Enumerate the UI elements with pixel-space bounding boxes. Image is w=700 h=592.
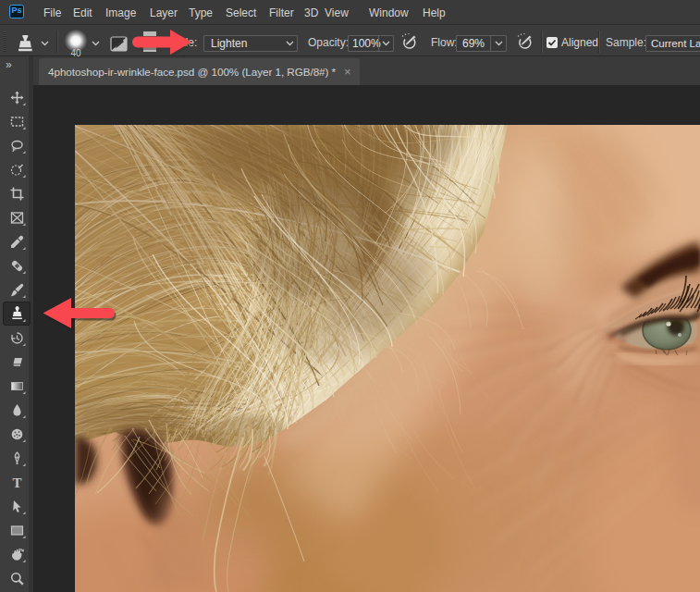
svg-text:T: T [12,475,21,490]
